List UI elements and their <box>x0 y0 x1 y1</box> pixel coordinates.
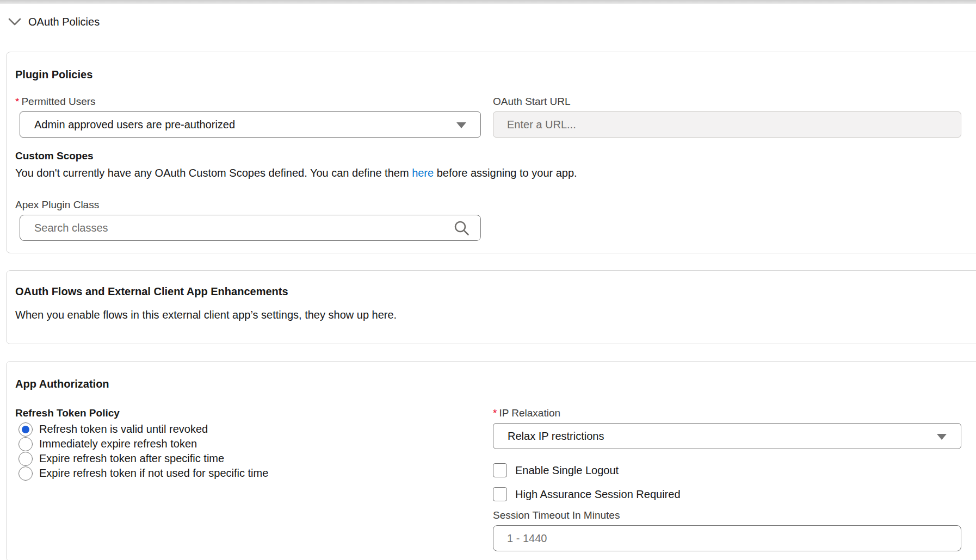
section-title: OAuth Policies <box>28 16 100 28</box>
oauth-flows-card: OAuth Flows and External Client App Enha… <box>6 270 976 344</box>
radio-expire-refresh-token-after-specific-time[interactable]: Expire refresh token after specific time <box>15 451 493 466</box>
search-icon[interactable] <box>453 220 471 239</box>
refresh-token-policy-label: Refresh Token Policy <box>15 407 493 420</box>
apex-plugin-class-label: Apex Plugin Class <box>15 198 976 211</box>
apex-plugin-class-block: Apex Plugin Class <box>15 198 976 241</box>
oauth-flows-description: When you enable flows in this external c… <box>15 308 976 322</box>
session-timeout-input[interactable] <box>493 525 961 551</box>
oauth-start-url-input[interactable] <box>493 111 961 138</box>
top-divider <box>0 0 976 4</box>
dropdown-arrow-icon <box>937 434 947 440</box>
radio-immediately-expire-refresh-token[interactable]: Immediately expire refresh token <box>15 437 493 451</box>
app-authorization-heading: App Authorization <box>15 362 976 389</box>
oauth-flows-heading: OAuth Flows and External Client App Enha… <box>15 286 976 297</box>
ip-relaxation-label: *IP Relaxation <box>493 407 961 420</box>
refresh-token-policy-radio-group: Refresh token is valid until revoked Imm… <box>15 422 493 481</box>
checkbox-icon <box>493 463 507 477</box>
checkbox-icon <box>493 487 507 501</box>
permitted-users-value: Admin approved users are pre-authorized <box>34 119 235 131</box>
dropdown-arrow-icon <box>456 122 466 128</box>
custom-scopes-here-link[interactable]: here <box>412 167 434 179</box>
session-timeout-label: Session Timeout In Minutes <box>493 509 961 522</box>
radio-expire-refresh-token-if-not-used[interactable]: Expire refresh token if not used for spe… <box>15 466 493 481</box>
required-asterisk: * <box>15 96 19 107</box>
radio-button-icon <box>18 422 33 437</box>
high-assurance-session-checkbox-row[interactable]: High Assurance Session Required <box>493 487 961 501</box>
custom-scopes-text: You don't currently have any OAuth Custo… <box>15 166 976 180</box>
ip-relaxation-dropdown[interactable]: Relax IP restrictions <box>493 423 961 449</box>
chevron-down-icon[interactable] <box>8 17 22 27</box>
ip-relaxation-value: Relax IP restrictions <box>508 430 604 443</box>
custom-scopes-block: Custom Scopes You don't currently have a… <box>15 150 976 180</box>
required-asterisk: * <box>493 407 497 419</box>
permitted-users-dropdown[interactable]: Admin approved users are pre-authorized <box>20 111 481 138</box>
custom-scopes-heading: Custom Scopes <box>15 150 976 163</box>
section-header: OAuth Policies <box>8 14 976 29</box>
apex-class-search-box <box>20 215 481 241</box>
permitted-users-label: *Permitted Users <box>15 95 493 108</box>
enable-single-logout-checkbox-row[interactable]: Enable Single Logout <box>493 463 961 477</box>
radio-button-icon <box>18 452 33 466</box>
app-authorization-card: App Authorization Refresh Token Policy R… <box>6 361 976 560</box>
radio-refresh-token-valid-until-revoked[interactable]: Refresh token is valid until revoked <box>15 422 493 437</box>
plugin-policies-card: Plugin Policies *Permitted Users Admin a… <box>6 52 976 253</box>
apex-class-search-input[interactable] <box>20 215 480 240</box>
radio-button-icon <box>18 437 33 451</box>
radio-button-icon <box>18 466 33 481</box>
plugin-policies-heading: Plugin Policies <box>15 52 976 80</box>
oauth-start-url-label: OAuth Start URL <box>493 95 961 108</box>
